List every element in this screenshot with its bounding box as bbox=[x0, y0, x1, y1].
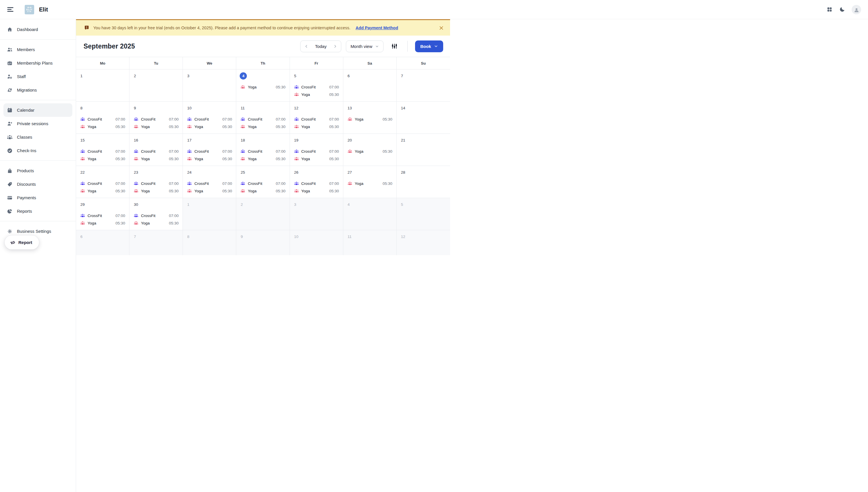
day-cell-19[interactable]: 19CrossFit07:00Yoga05:30 bbox=[290, 134, 343, 166]
day-cell-10[interactable]: 10 bbox=[290, 230, 343, 255]
day-cell-15[interactable]: 15CrossFit07:00Yoga05:30 bbox=[76, 134, 129, 166]
event-yoga[interactable]: Yoga05:30 bbox=[294, 92, 339, 97]
report-button[interactable]: Report bbox=[5, 236, 39, 249]
day-cell-23[interactable]: 23CrossFit07:00Yoga05:30 bbox=[129, 166, 183, 198]
event-yoga[interactable]: Yoga05:30 bbox=[241, 85, 285, 89]
today-button[interactable]: Today bbox=[315, 44, 327, 49]
day-cell-2[interactable]: 2 bbox=[236, 198, 290, 230]
event-yoga[interactable]: Yoga05:30 bbox=[241, 124, 285, 129]
sidebar-item-discounts[interactable]: Discounts bbox=[3, 177, 72, 191]
day-cell-12[interactable]: 12 bbox=[397, 230, 450, 255]
event-yoga[interactable]: Yoga05:30 bbox=[294, 156, 339, 161]
event-crossfit[interactable]: CrossFit07:00 bbox=[241, 181, 285, 186]
event-crossfit[interactable]: CrossFit07:00 bbox=[241, 149, 285, 153]
menu-icon[interactable] bbox=[7, 6, 14, 13]
day-cell-12[interactable]: 12CrossFit07:00Yoga05:30 bbox=[290, 102, 343, 134]
add-payment-method-link[interactable]: Add Payment Method bbox=[356, 26, 398, 30]
day-cell-3[interactable]: 3 bbox=[183, 70, 236, 102]
event-yoga[interactable]: Yoga05:30 bbox=[134, 156, 178, 161]
day-cell-1[interactable]: 1 bbox=[76, 70, 129, 102]
event-yoga[interactable]: Yoga05:30 bbox=[241, 156, 285, 161]
event-yoga[interactable]: Yoga05:30 bbox=[294, 189, 339, 193]
event-crossfit[interactable]: CrossFit07:00 bbox=[134, 149, 178, 153]
day-cell-11[interactable]: 11CrossFit07:00Yoga05:30 bbox=[236, 102, 290, 134]
day-cell-22[interactable]: 22CrossFit07:00Yoga05:30 bbox=[76, 166, 129, 198]
event-yoga[interactable]: Yoga05:30 bbox=[80, 189, 125, 193]
event-yoga[interactable]: Yoga05:30 bbox=[348, 181, 392, 186]
day-cell-17[interactable]: 17CrossFit07:00Yoga05:30 bbox=[183, 134, 236, 166]
day-cell-27[interactable]: 27Yoga05:30 bbox=[343, 166, 397, 198]
sidebar-item-staff[interactable]: Staff bbox=[3, 70, 72, 83]
sidebar-item-check-ins[interactable]: Check-Ins bbox=[3, 144, 72, 157]
day-cell-7[interactable]: 7 bbox=[129, 230, 183, 255]
event-yoga[interactable]: Yoga05:30 bbox=[134, 124, 178, 129]
day-cell-3[interactable]: 3 bbox=[290, 198, 343, 230]
event-crossfit[interactable]: CrossFit07:00 bbox=[80, 181, 125, 186]
sidebar-item-migrations[interactable]: Migrations bbox=[3, 83, 72, 97]
event-yoga[interactable]: Yoga05:30 bbox=[348, 149, 392, 153]
day-cell-25[interactable]: 25CrossFit07:00Yoga05:30 bbox=[236, 166, 290, 198]
event-crossfit[interactable]: CrossFit07:00 bbox=[187, 181, 232, 186]
event-yoga[interactable]: Yoga05:30 bbox=[348, 117, 392, 121]
day-cell-9[interactable]: 9CrossFit07:00Yoga05:30 bbox=[129, 102, 183, 134]
day-cell-9[interactable]: 9 bbox=[236, 230, 290, 255]
day-cell-5[interactable]: 5 bbox=[397, 198, 450, 230]
book-button[interactable]: Book bbox=[415, 41, 443, 52]
event-crossfit[interactable]: CrossFit07:00 bbox=[80, 213, 125, 218]
sidebar-item-private-sessions[interactable]: Private sessions bbox=[3, 117, 72, 130]
day-cell-4[interactable]: 4Yoga05:30 bbox=[236, 70, 290, 102]
event-crossfit[interactable]: CrossFit07:00 bbox=[294, 85, 339, 89]
event-yoga[interactable]: Yoga05:30 bbox=[134, 221, 178, 225]
event-crossfit[interactable]: CrossFit07:00 bbox=[294, 181, 339, 186]
filters-sliders-icon[interactable] bbox=[391, 43, 398, 49]
event-yoga[interactable]: Yoga05:30 bbox=[187, 124, 232, 129]
day-cell-26[interactable]: 26CrossFit07:00Yoga05:30 bbox=[290, 166, 343, 198]
event-yoga[interactable]: Yoga05:30 bbox=[80, 156, 125, 161]
day-cell-6[interactable]: 6 bbox=[76, 230, 129, 255]
event-crossfit[interactable]: CrossFit07:00 bbox=[134, 213, 178, 218]
view-select[interactable]: Month view bbox=[346, 41, 383, 52]
event-yoga[interactable]: Yoga05:30 bbox=[241, 189, 285, 193]
sidebar-item-membership-plans[interactable]: Membership Plans bbox=[3, 56, 72, 70]
sidebar-item-products[interactable]: Products bbox=[3, 164, 72, 177]
sidebar-item-reports[interactable]: Reports bbox=[3, 204, 72, 218]
event-yoga[interactable]: Yoga05:30 bbox=[294, 124, 339, 129]
day-cell-11[interactable]: 11 bbox=[343, 230, 397, 255]
day-cell-6[interactable]: 6 bbox=[343, 70, 397, 102]
close-icon[interactable] bbox=[439, 26, 444, 30]
day-cell-30[interactable]: 30CrossFit07:00Yoga05:30 bbox=[129, 198, 183, 230]
day-cell-20[interactable]: 20Yoga05:30 bbox=[343, 134, 397, 166]
sidebar-item-payments[interactable]: Payments bbox=[3, 191, 72, 204]
day-cell-10[interactable]: 10CrossFit07:00Yoga05:30 bbox=[183, 102, 236, 134]
day-cell-29[interactable]: 29CrossFit07:00Yoga05:30 bbox=[76, 198, 129, 230]
day-cell-16[interactable]: 16CrossFit07:00Yoga05:30 bbox=[129, 134, 183, 166]
sidebar-item-classes[interactable]: Classes bbox=[3, 130, 72, 144]
sidebar-item-dashboard[interactable]: Dashboard bbox=[3, 23, 72, 36]
event-crossfit[interactable]: CrossFit07:00 bbox=[134, 117, 178, 121]
event-crossfit[interactable]: CrossFit07:00 bbox=[187, 149, 232, 153]
sidebar-item-members[interactable]: Members bbox=[3, 43, 72, 56]
event-crossfit[interactable]: CrossFit07:00 bbox=[294, 149, 339, 153]
day-cell-21[interactable]: 21 bbox=[397, 134, 450, 166]
event-yoga[interactable]: Yoga05:30 bbox=[80, 124, 125, 129]
chevron-left-icon[interactable] bbox=[304, 44, 308, 49]
sidebar-item-calendar[interactable]: Calendar bbox=[3, 103, 72, 117]
event-yoga[interactable]: Yoga05:30 bbox=[80, 221, 125, 225]
event-crossfit[interactable]: CrossFit07:00 bbox=[80, 149, 125, 153]
event-crossfit[interactable]: CrossFit07:00 bbox=[241, 117, 285, 121]
event-crossfit[interactable]: CrossFit07:00 bbox=[134, 181, 178, 186]
day-cell-18[interactable]: 18CrossFit07:00Yoga05:30 bbox=[236, 134, 290, 166]
day-cell-28[interactable]: 28 bbox=[397, 166, 450, 198]
day-cell-8[interactable]: 8 bbox=[183, 230, 236, 255]
event-crossfit[interactable]: CrossFit07:00 bbox=[187, 117, 232, 121]
day-cell-24[interactable]: 24CrossFit07:00Yoga05:30 bbox=[183, 166, 236, 198]
event-crossfit[interactable]: CrossFit07:00 bbox=[294, 117, 339, 121]
event-crossfit[interactable]: CrossFit07:00 bbox=[80, 117, 125, 121]
day-cell-4[interactable]: 4 bbox=[343, 198, 397, 230]
day-cell-8[interactable]: 8CrossFit07:00Yoga05:30 bbox=[76, 102, 129, 134]
event-yoga[interactable]: Yoga05:30 bbox=[187, 156, 232, 161]
day-cell-13[interactable]: 13Yoga05:30 bbox=[343, 102, 397, 134]
day-cell-1[interactable]: 1 bbox=[183, 198, 236, 230]
event-yoga[interactable]: Yoga05:30 bbox=[187, 189, 232, 193]
day-cell-2[interactable]: 2 bbox=[129, 70, 183, 102]
